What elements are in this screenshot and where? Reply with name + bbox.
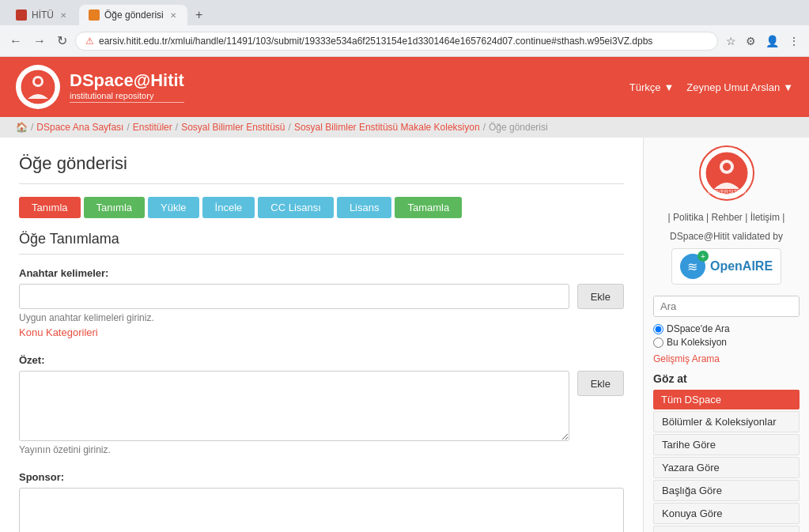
back-button[interactable]: ← [6,31,25,51]
tab-dspace[interactable]: Öğe gönderisi ✕ [79,5,187,25]
goz-at-link-2[interactable]: Tarihe Göre [653,434,800,455]
goz-at-item-5: Konuya Göre [653,503,800,524]
url-text: earsiv.hitit.edu.tr/xmlui/handle/11491/1… [99,36,652,47]
sponsor-group: Sponsor: Sponsor kurumların adlarını ve/… [19,471,624,532]
site-logo[interactable] [16,65,60,109]
goz-at-item-3: Yazara Göre [653,457,800,478]
breadcrumb-sosyal[interactable]: Sosyal Bilimler Enstitüsü [181,122,285,133]
sponsor-label: Sponsor: [19,471,624,483]
radio-koleksiyon-text: Bu Koleksiyon [667,337,727,348]
title-divider [19,183,624,184]
bookmark-button[interactable]: ☆ [723,32,739,51]
site-title: DSpace@Hitit institutional repository [70,71,184,102]
menu-button[interactable]: ⋮ [785,32,803,51]
openaire-plus-icon: + [697,251,709,262]
new-tab-button[interactable]: + [189,5,210,25]
header-nav: Türkçe ▼ Zeynep Umut Arslan ▼ [629,81,793,93]
browser-chrome: HİTÜ ✕ Öğe gönderisi ✕ + ← → ↻ ⚠ earsiv.… [0,0,809,57]
sidebar-logo: ÜNİVERSİTESİ [653,145,800,204]
radio-dspace-text: DSpace'de Ara [667,323,730,334]
tab-close-hitu[interactable]: ✕ [59,11,68,20]
sidebar: ÜNİVERSİTESİ | Politika | Rehber | İleti… [643,138,809,532]
openaire-label: OpenAIRE [710,259,773,274]
openaire-box: ≋ + OpenAIRE [671,248,781,285]
breadcrumb-sep-2: / [176,122,178,133]
keywords-ekle-button[interactable]: Ekle [577,284,624,309]
ozet-row: Ekle [19,371,624,441]
site-subtitle: institutional repository [70,91,184,103]
ozet-textarea[interactable] [19,371,569,441]
ozet-group: Özet: Ekle Yayının özetini giriniz. [19,354,624,455]
keywords-row: Ekle [19,284,624,309]
browser-actions: ☆ ⚙ 👤 ⋮ [723,32,803,51]
step-cc-lisansi[interactable]: CC Lisansı [258,197,334,218]
radio-koleksiyon-label[interactable]: Bu Koleksiyon [653,337,800,348]
step-tanimla-2[interactable]: Tanımla [84,197,146,218]
radio-dspace[interactable] [653,324,663,334]
goz-at-title: Göz at [653,372,800,385]
breadcrumb-dspace[interactable]: DSpace Ana Sayfası [36,122,123,133]
search-input[interactable] [654,296,800,316]
ozet-ekle-button[interactable]: Ekle [577,371,624,396]
goz-at-link-4[interactable]: Başlığa Göre [653,480,800,501]
breadcrumb-current: Öğe gönderisi [489,122,548,133]
address-bar[interactable]: ⚠ earsiv.hitit.edu.tr/xmlui/handle/11491… [75,32,718,51]
reload-button[interactable]: ↻ [54,30,70,51]
keywords-label: Anahtar kelimeler: [19,267,624,279]
gelismis-arama-link[interactable]: Gelişmiş Arama [653,353,720,364]
account-button[interactable]: 👤 [762,32,782,51]
keywords-hint: Uygun anahtar kelimeleri giriniz. [19,312,624,323]
security-icon: ⚠ [85,36,94,47]
radio-koleksiyon[interactable] [653,338,663,348]
lang-arrow-icon: ▼ [663,81,674,93]
goz-at-link-6[interactable]: Türe Göre [653,526,800,532]
step-tanimla-1[interactable]: Tanımla [19,197,81,218]
forward-button[interactable]: → [30,31,49,51]
step-lisans[interactable]: Lisans [337,197,392,218]
breadcrumb-enstituler[interactable]: Enstitüler [133,122,172,133]
keywords-input[interactable] [19,284,569,309]
goz-at-link-1[interactable]: Bölümler & Koleksiyonlar [653,411,800,432]
konu-kategorileri-link[interactable]: Konu Kategorileri [19,326,624,338]
sidebar-validated: DSpace@Hitit validated by [653,231,800,242]
sponsor-textarea[interactable] [19,488,624,532]
search-radios: DSpace'de Ara Bu Koleksiyon [653,323,800,348]
extensions-button[interactable]: ⚙ [743,32,759,51]
home-icon: 🏠 [16,122,28,133]
language-button[interactable]: Türkçe ▼ [629,81,675,93]
tab-hitu[interactable]: HİTÜ ✕ [6,5,77,25]
user-arrow-icon: ▼ [783,81,793,93]
sidebar-logo-circle: ÜNİVERSİTESİ [699,145,754,201]
radio-dspace-label[interactable]: DSpace'de Ara [653,323,800,334]
address-bar-row: ← → ↻ ⚠ earsiv.hitit.edu.tr/xmlui/handle… [0,25,809,56]
site-header: DSpace@Hitit institutional repository Tü… [0,57,809,117]
goz-at-list: Tüm DSpace Bölümler & Koleksiyonlar Tari… [653,390,800,532]
goz-at-link-0[interactable]: Tüm DSpace [653,390,800,409]
content-area: Öğe gönderisi Tanımla Tanımla Yükle İnce… [0,138,643,532]
tab-close-dspace[interactable]: ✕ [168,11,178,20]
tab-bar: HİTÜ ✕ Öğe gönderisi ✕ + [0,0,809,25]
search-box: 🔍 [653,296,800,317]
hitit-logo-svg [20,69,56,105]
steps-bar: Tanımla Tanımla Yükle İncele CC Lisansı … [19,197,624,218]
openaire-icon: ≋ + [680,254,705,279]
tab-label-hitu: HİTÜ [32,9,54,21]
goz-at-item-2: Tarihe Göre [653,434,800,455]
ozet-hint: Yayının özetini giriniz. [19,444,624,455]
tab-favicon-dspace [89,9,100,21]
goz-at-link-3[interactable]: Yazara Göre [653,457,800,478]
openaire-wave: ≋ [687,259,697,274]
step-yukle[interactable]: Yükle [148,197,199,218]
page-title: Öğe gönderisi [19,153,624,174]
user-menu-button[interactable]: Zeynep Umut Arslan ▼ [686,81,793,93]
site-name: DSpace@Hitit [70,71,184,90]
breadcrumb: 🏠 / DSpace Ana Sayfası / Enstitüler / So… [0,117,809,138]
step-tamamla[interactable]: Tamamla [395,197,462,218]
goz-at-link-5[interactable]: Konuya Göre [653,503,800,524]
goz-at-item-0: Tüm DSpace [653,390,800,409]
sidebar-links: | Politika | Rehber | İletişim | [653,212,800,223]
openaire-badge: ≋ + OpenAIRE [653,248,800,285]
breadcrumb-makale[interactable]: Sosyal Bilimler Enstitüsü Makale Koleksi… [294,122,480,133]
step-incele[interactable]: İncele [202,197,255,218]
goz-at-item-1: Bölümler & Koleksiyonlar [653,411,800,432]
